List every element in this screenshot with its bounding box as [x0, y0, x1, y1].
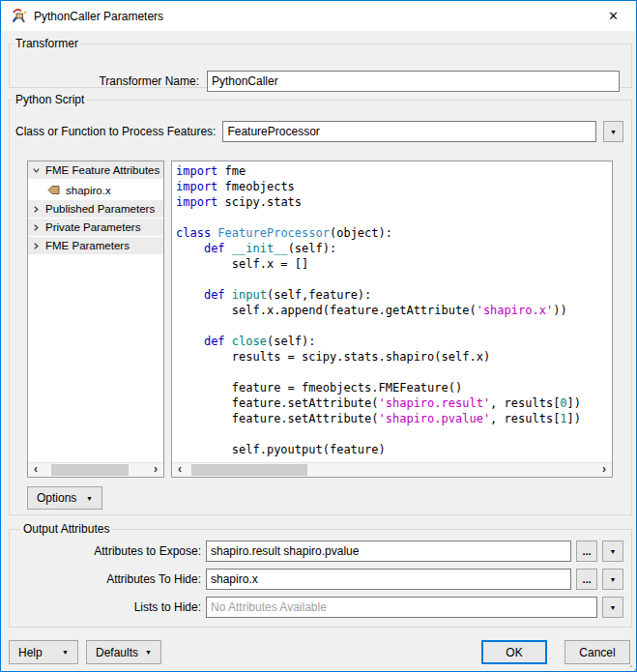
code-scroll-track: [188, 463, 596, 477]
code-horizontal-scrollbar[interactable]: ‹ ›: [172, 462, 612, 477]
chevron-down-icon: [32, 166, 41, 175]
chevron-down-icon: ▼: [610, 548, 617, 555]
tree-section-fme-feature-attributes[interactable]: FME Feature Attributes: [28, 161, 163, 180]
class-function-dropdown-button[interactable]: ▼: [603, 121, 623, 142]
scroll-left-icon[interactable]: ‹: [28, 463, 43, 477]
python-script-group-title: Python Script: [13, 93, 87, 106]
help-button[interactable]: Help ▼: [9, 640, 78, 664]
code-line: self.x = []: [176, 256, 612, 272]
scroll-left-icon[interactable]: ‹: [172, 463, 188, 477]
dropdown-button[interactable]: ▼: [602, 541, 623, 562]
code-line: class FeatureProcessor(object):: [176, 225, 612, 241]
transformer-group: Transformer Transformer Name:: [9, 37, 632, 88]
python-script-group: Python Script Class or Function to Proce…: [9, 93, 632, 515]
code-lines: import fmeimport fmeobjectsimport scipy.…: [172, 161, 612, 462]
defaults-button-label: Defaults: [96, 646, 138, 659]
scroll-right-icon[interactable]: ›: [596, 463, 612, 477]
output-row-attributes-to-expose: Attributes to Expose:...▼: [17, 541, 623, 562]
resize-grip[interactable]: [630, 665, 632, 667]
browse-button[interactable]: ...: [576, 541, 597, 562]
attributes-to-hide-input[interactable]: [206, 569, 571, 590]
chevron-down-icon: ▼: [610, 604, 617, 611]
tree-section-private-parameters[interactable]: Private Parameters: [28, 219, 163, 237]
lists-to-hide-input[interactable]: [206, 597, 597, 618]
chevron-down-icon: ▼: [62, 649, 69, 656]
code-line: def __init__(self):: [176, 241, 612, 256]
field-label: Attributes to Expose:: [17, 541, 201, 562]
chevron-down-icon: ▼: [86, 495, 93, 502]
class-function-row: Class or Function to Process Features: ▼: [15, 121, 623, 142]
attributes-to-expose-input[interactable]: [206, 541, 571, 562]
pythoncaller-parameters-dialog: PythonCaller Parameters ✕ Transformer Tr…: [0, 0, 637, 672]
tree-scroll-thumb[interactable]: [51, 464, 129, 476]
ok-button[interactable]: OK: [481, 640, 547, 664]
titlebar: PythonCaller Parameters ✕: [1, 1, 636, 31]
code-line: def close(self):: [176, 334, 612, 349]
field-label: Attributes To Hide:: [17, 569, 201, 590]
code-line: results = scipy.stats.shapiro(self.x): [176, 349, 612, 365]
chevron-right-icon: [32, 223, 41, 232]
tree-row-label: FME Feature Attributes: [45, 164, 159, 176]
code-line: def input(self,feature):: [176, 287, 612, 303]
code-line: [176, 426, 612, 442]
code-scroll-thumb[interactable]: [191, 464, 307, 476]
window-title: PythonCaller Parameters: [34, 10, 163, 23]
output-row-attributes-to-hide: Attributes To Hide:...▼: [17, 569, 623, 590]
close-button[interactable]: ✕: [592, 1, 635, 30]
chevron-down-icon: ▼: [145, 649, 152, 656]
chevron-down-icon: ▼: [610, 576, 617, 583]
tree-attribute-shapiro-x[interactable]: shapiro.x: [28, 180, 163, 200]
dropdown-button[interactable]: ▼: [602, 569, 623, 590]
attribute-arrow-icon: [47, 185, 60, 195]
help-button-label: Help: [18, 646, 43, 659]
browse-button[interactable]: ...: [576, 569, 597, 590]
transformer-name-row: Transformer Name:: [17, 71, 620, 92]
code-line: [176, 365, 612, 380]
attribute-tree-rows: FME Feature Attributesshapiro.xPublished…: [28, 161, 163, 462]
code-line: feature.setAttribute('shapiro.pvalue', r…: [176, 411, 612, 426]
output-attributes-rows: Attributes to Expose:...▼Attributes To H…: [17, 541, 623, 618]
tree-row-label: FME Parameters: [45, 240, 130, 251]
tree-row-label: Published Parameters: [45, 203, 155, 215]
options-button-label: Options: [37, 491, 76, 505]
field-label: Lists to Hide:: [17, 597, 201, 618]
class-function-label: Class or Function to Process Features:: [15, 121, 216, 142]
code-line: [176, 318, 612, 334]
output-attributes-group-title: Output Attributes: [20, 522, 112, 536]
options-button[interactable]: Options ▼: [27, 486, 102, 510]
transformer-name-input[interactable]: [207, 71, 620, 92]
attribute-tree: FME Feature Attributesshapiro.xPublished…: [27, 161, 164, 478]
chevron-down-icon: ▼: [610, 129, 617, 135]
transformer-name-label: Transformer Name:: [17, 71, 199, 92]
tree-section-fme-parameters[interactable]: FME Parameters: [28, 237, 163, 255]
cancel-button[interactable]: Cancel: [565, 640, 630, 664]
chevron-right-icon: [32, 242, 41, 250]
code-line: [176, 210, 612, 225]
code-line: import fme: [176, 163, 612, 179]
class-function-input[interactable]: [222, 121, 596, 142]
code-line: import fmeobjects: [176, 179, 612, 194]
tree-scroll-track: [43, 463, 148, 477]
tree-row-label: Private Parameters: [45, 221, 140, 233]
code-line: [176, 272, 612, 287]
tree-section-published-parameters[interactable]: Published Parameters: [28, 200, 163, 219]
transformer-icon: [11, 8, 28, 25]
output-row-lists-to-hide: Lists to Hide:▼: [17, 597, 623, 618]
chevron-right-icon: [32, 205, 41, 214]
dropdown-button[interactable]: ▼: [602, 597, 623, 618]
tree-horizontal-scrollbar[interactable]: ‹ ›: [28, 462, 163, 477]
transformer-group-title: Transformer: [13, 37, 81, 50]
code-line: feature = fmeobjects.FMEFeature(): [176, 380, 612, 395]
defaults-button[interactable]: Defaults ▼: [86, 640, 161, 664]
tree-row-label: shapiro.x: [66, 185, 111, 196]
code-line: self.pyoutput(feature): [176, 442, 612, 457]
code-line: feature.setAttribute('shapiro.result', r…: [176, 395, 612, 411]
code-editor[interactable]: import fmeimport fmeobjectsimport scipy.…: [171, 161, 613, 478]
code-line: self.x.append(feature.getAttribute('shap…: [176, 303, 612, 318]
code-line: import scipy.stats: [176, 194, 612, 210]
scroll-right-icon[interactable]: ›: [148, 463, 163, 477]
output-attributes-group: Output Attributes Attributes to Expose:.…: [9, 522, 632, 628]
